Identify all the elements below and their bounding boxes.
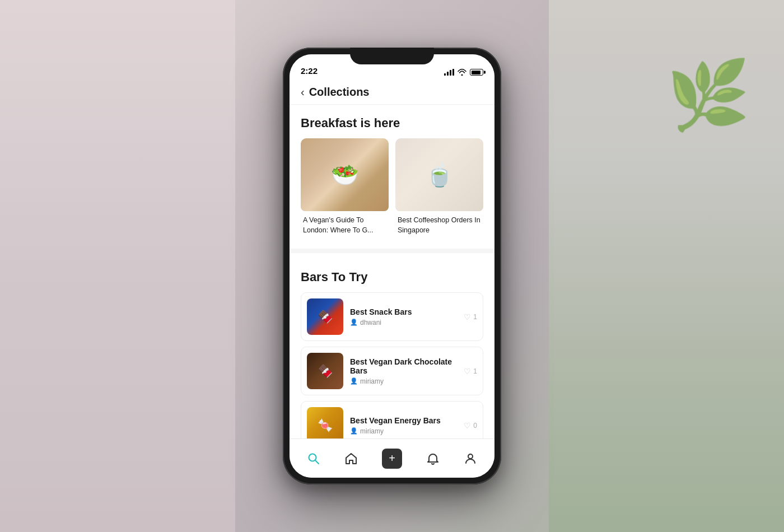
nav-notifications[interactable]	[419, 447, 446, 470]
app-header: ‹ Collections	[290, 79, 494, 105]
energy-bars-likes: 0	[473, 422, 477, 430]
home-icon	[344, 452, 358, 465]
snack-bars-meta: 👤 dhwani	[350, 319, 457, 326]
user-icon-2: 👤	[350, 377, 358, 385]
heart-icon-2[interactable]: ♡	[464, 367, 471, 376]
dark-choc-meta: 👤 miriamy	[350, 377, 457, 385]
status-icons	[444, 69, 483, 76]
user-icon-3: 👤	[350, 427, 358, 435]
user-profile-icon	[464, 452, 477, 465]
add-icon: +	[382, 449, 402, 469]
battery-icon	[470, 69, 483, 76]
breakfast-section: Breakfast is here A Vegan's Guide To Lon…	[290, 105, 494, 243]
energy-bars-actions: ♡ 0	[464, 421, 477, 430]
status-time: 2:22	[301, 66, 318, 76]
heart-icon[interactable]: ♡	[464, 312, 471, 321]
header-title: Collections	[309, 86, 370, 99]
user-icon: 👤	[350, 319, 358, 326]
snack-bars-title: Best Snack Bars	[350, 307, 457, 316]
card-coffeeshop-image	[395, 138, 483, 211]
back-button[interactable]: ‹	[301, 86, 305, 99]
nav-home[interactable]	[338, 447, 365, 470]
bottom-nav: +	[290, 438, 494, 478]
bell-icon	[426, 452, 440, 465]
svg-point-2	[468, 454, 473, 459]
bars-section-title: Bars To Try	[301, 270, 483, 284]
energy-bars-info: Best Vegan Energy Bars 👤 miriamy	[350, 416, 457, 435]
list-item-dark-choc[interactable]: 🍫 Best Vegan Dark Chocolate Bars 👤 miria…	[301, 347, 483, 395]
dark-choc-actions: ♡ 1	[464, 367, 477, 376]
list-item-snack-bars[interactable]: 🍫 Best Snack Bars 👤 dhwani ♡ 1	[301, 292, 483, 341]
energy-bars-thumbnail: 🍬	[307, 407, 343, 438]
green-drink-graphic	[395, 138, 483, 211]
nav-add[interactable]: +	[375, 444, 409, 473]
food-bowl-graphic	[301, 138, 389, 211]
card-vegan-london-image	[301, 138, 389, 211]
dark-choc-author: miriamy	[360, 377, 384, 385]
wifi-icon	[458, 69, 466, 76]
card-vegan-london-label: A Vegan's Guide To London: Where To G...	[301, 211, 389, 237]
dark-choc-likes: 1	[473, 367, 477, 375]
signal-icon	[444, 69, 454, 76]
dark-choc-info: Best Vegan Dark Chocolate Bars 👤 miriamy	[350, 357, 457, 385]
phone-wrapper: 2:22	[283, 48, 501, 484]
phone-device: 2:22	[283, 48, 501, 484]
phone-screen: 2:22	[290, 54, 494, 478]
energy-bars-meta: 👤 miriamy	[350, 427, 457, 435]
energy-bars-title: Best Vegan Energy Bars	[350, 416, 457, 425]
energy-bars-author: miriamy	[360, 427, 384, 435]
app-content[interactable]: ‹ Collections Breakfast is here A Vegan'…	[290, 79, 494, 438]
dark-choc-thumbnail: 🍫	[307, 353, 343, 389]
snack-bars-thumbnail: 🍫	[307, 298, 343, 335]
background-left	[0, 0, 235, 532]
plant-decoration: 🌿	[666, 56, 750, 135]
snack-bars-actions: ♡ 1	[464, 312, 477, 321]
phone-notch	[350, 48, 434, 64]
breakfast-section-title: Breakfast is here	[301, 116, 483, 130]
bars-section: Bars To Try 🍫 Best Snack Bars 👤 dhwani	[290, 259, 494, 438]
card-coffeeshop-label: Best Coffeeshop Orders In Singapore	[395, 211, 483, 237]
nav-profile[interactable]	[457, 447, 484, 470]
snack-bars-likes: 1	[473, 313, 477, 321]
heart-icon-3[interactable]: ♡	[464, 421, 471, 430]
card-coffeeshop-sg[interactable]: Best Coffeeshop Orders In Singapore	[395, 138, 483, 237]
section-divider	[290, 249, 494, 253]
breakfast-cards-grid: A Vegan's Guide To London: Where To G...…	[301, 138, 483, 237]
svg-line-1	[315, 460, 319, 464]
list-item-energy-bars[interactable]: 🍬 Best Vegan Energy Bars 👤 miriamy ♡ 0	[301, 401, 483, 438]
snack-bars-info: Best Snack Bars 👤 dhwani	[350, 307, 457, 326]
snack-bars-author: dhwani	[360, 319, 381, 326]
card-vegan-london[interactable]: A Vegan's Guide To London: Where To G...	[301, 138, 389, 237]
search-icon	[307, 452, 320, 465]
nav-search[interactable]	[300, 447, 327, 470]
dark-choc-title: Best Vegan Dark Chocolate Bars	[350, 357, 457, 375]
